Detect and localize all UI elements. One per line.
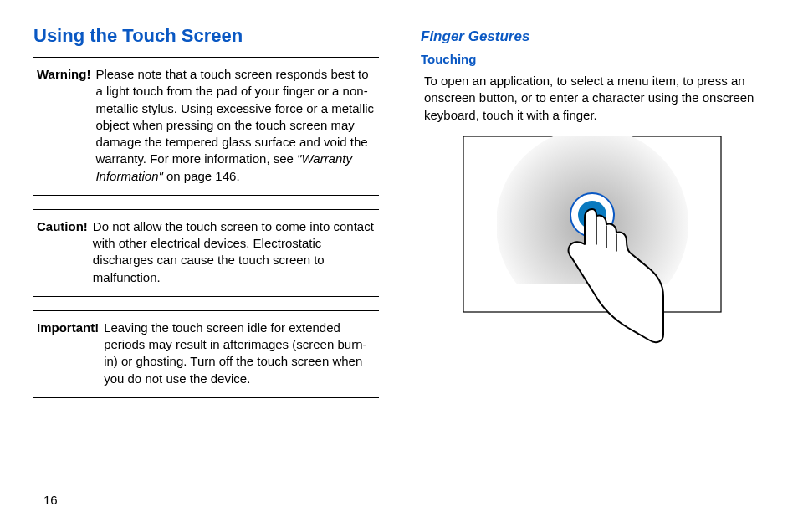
right-column: Finger Gestures Touching To open an appl… <box>419 25 765 398</box>
page-number: 16 <box>43 493 58 507</box>
caution-callout: Caution! Do not allow the touch screen t… <box>33 210 379 296</box>
warning-text: Please note that a touch screen responds… <box>95 66 376 185</box>
important-label: Important! <box>37 320 104 387</box>
important-text: Leaving the touch screen idle for extend… <box>104 320 376 387</box>
warning-callout: Warning! Please note that a touch screen… <box>33 58 379 195</box>
subsection-title-finger-gestures: Finger Gestures <box>421 28 765 45</box>
spacer <box>33 297 379 310</box>
two-column-layout: Using the Touch Screen Warning! Please n… <box>33 25 765 398</box>
spacer <box>33 196 379 209</box>
touching-paragraph: To open an application, to select a menu… <box>424 73 765 124</box>
subsubsection-title-touching: Touching <box>421 52 765 66</box>
left-column: Using the Touch Screen Warning! Please n… <box>33 25 379 398</box>
page: Using the Touch Screen Warning! Please n… <box>0 0 798 532</box>
touching-illustration <box>463 136 722 349</box>
caution-text: Do not allow the touch screen to come in… <box>93 218 376 286</box>
warning-label: Warning! <box>37 66 95 185</box>
warning-text-b: on page 146. <box>163 169 240 183</box>
important-callout: Important! Leaving the touch screen idle… <box>33 311 379 397</box>
divider <box>33 397 379 398</box>
section-title-touch-screen: Using the Touch Screen <box>33 25 379 47</box>
caution-label: Caution! <box>37 218 93 286</box>
